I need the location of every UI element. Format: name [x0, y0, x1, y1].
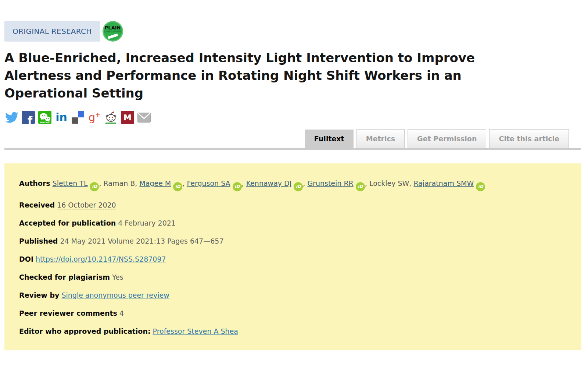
plain-badge-line2: LANGUAGE: [104, 30, 121, 33]
reddit-icon[interactable]: [104, 111, 118, 124]
info-row-editor-who-approved-publication: Editor who approved publication:Professo…: [19, 327, 567, 336]
info-row-label: Editor who approved publication:: [19, 327, 151, 335]
social-share-bar: fWeChating+M: [5, 110, 584, 124]
info-row-label: DOI: [19, 255, 33, 263]
orcid-icon[interactable]: iD: [90, 182, 99, 191]
badge-row: ORIGINAL RESEARCH PLAIN LANGUAGE: [4, 21, 584, 42]
author-link[interactable]: Ferguson SA: [187, 179, 230, 187]
info-row-label: Accepted for publication: [19, 219, 116, 227]
author-name: Lockley SW: [369, 179, 409, 187]
facebook-icon[interactable]: f: [22, 111, 35, 124]
article-info-panel: AuthorsSletten TLiD, Raman B, Magee MiD,…: [4, 163, 581, 350]
info-row-value[interactable]: 16 October 2020: [57, 201, 116, 209]
twitter-icon[interactable]: [5, 111, 18, 124]
orcid-icon[interactable]: iD: [294, 182, 303, 191]
plain-language-badge-icon[interactable]: PLAIN LANGUAGE: [103, 21, 123, 42]
info-row-value: 4 February 2021: [118, 219, 176, 227]
info-row-value[interactable]: Professor Steven A Shea: [153, 327, 238, 335]
info-row-accepted-for-publication: Accepted for publication4 February 2021: [19, 219, 567, 227]
author-separator: ,: [99, 179, 103, 187]
article-title: A Blue-Enriched, Increased Intensity Lig…: [4, 49, 519, 102]
tab-bar: FulltextMetricsGet PermissionCite this a…: [4, 129, 581, 150]
info-row-value: 24 May 2021 Volume 2021:13 Pages 647—657: [60, 237, 223, 245]
info-row-label: Received: [19, 201, 55, 209]
tab-fulltext[interactable]: Fulltext: [305, 130, 354, 148]
info-row-label: Peer reviewer comments: [19, 309, 117, 317]
email-icon[interactable]: [137, 111, 151, 124]
info-rows: Received16 October 2020Accepted for publ…: [19, 201, 567, 336]
orcid-icon[interactable]: iD: [173, 182, 182, 191]
mendeley-icon[interactable]: M: [121, 111, 134, 124]
googleplus-icon[interactable]: g+: [88, 111, 101, 124]
author-separator: ,: [409, 179, 413, 187]
info-row-peer-reviewer-comments: Peer reviewer comments4: [19, 309, 567, 318]
author-link[interactable]: Grunstein RR: [307, 179, 353, 187]
info-row-label: Checked for plagiarism: [19, 273, 110, 281]
author-link[interactable]: Rajaratnam SMW: [413, 179, 474, 187]
info-row-value: Yes: [112, 273, 123, 281]
author-separator: ,: [365, 179, 369, 187]
info-row-review-by: Review bySingle anonymous peer review: [19, 291, 567, 300]
tab-metrics[interactable]: Metrics: [356, 129, 405, 148]
info-row-doi: DOIhttps://doi.org/10.2147/NSS.S287097: [19, 255, 567, 263]
author-link[interactable]: Sletten TL: [53, 179, 88, 187]
wechat-icon[interactable]: WeChat: [38, 111, 51, 124]
info-row-received: Received16 October 2020: [19, 201, 567, 209]
orcid-icon[interactable]: iD: [233, 182, 242, 191]
author-link[interactable]: Magee M: [139, 179, 171, 187]
author-separator: ,: [303, 179, 307, 187]
info-row-value[interactable]: https://doi.org/10.2147/NSS.S287097: [36, 255, 166, 263]
category-badge: ORIGINAL RESEARCH: [4, 21, 100, 42]
delicious-icon[interactable]: [71, 111, 85, 124]
info-row-value: 4: [119, 309, 124, 317]
tab-cite-this-article[interactable]: Cite this article: [489, 129, 569, 148]
info-row-label: Review by: [19, 291, 59, 299]
plain-badge-line1: PLAIN: [105, 25, 121, 30]
author-link[interactable]: Kennaway DJ: [246, 179, 292, 187]
orcid-icon[interactable]: iD: [356, 182, 365, 191]
tab-get-permission[interactable]: Get Permission: [408, 129, 486, 148]
linkedin-icon[interactable]: in: [55, 111, 68, 124]
author-separator: ,: [182, 179, 187, 187]
orcid-icon[interactable]: iD: [476, 182, 485, 191]
author-separator: ,: [135, 179, 139, 187]
info-row-checked-for-plagiarism: Checked for plagiarismYes: [19, 273, 567, 282]
authors-label: Authors: [19, 179, 50, 187]
author-name: Raman B: [104, 179, 135, 187]
info-row-label: Published: [19, 237, 58, 245]
authors-row: AuthorsSletten TLiD, Raman B, Magee MiD,…: [19, 179, 567, 191]
info-row-value[interactable]: Single anonymous peer review: [61, 291, 169, 299]
info-row-published: Published24 May 2021 Volume 2021:13 Page…: [19, 237, 567, 245]
author-separator: ,: [242, 179, 246, 187]
article-header-page: ORIGINAL RESEARCH PLAIN LANGUAGE A Blue-…: [0, 21, 588, 350]
pencil-icon: [107, 33, 118, 39]
